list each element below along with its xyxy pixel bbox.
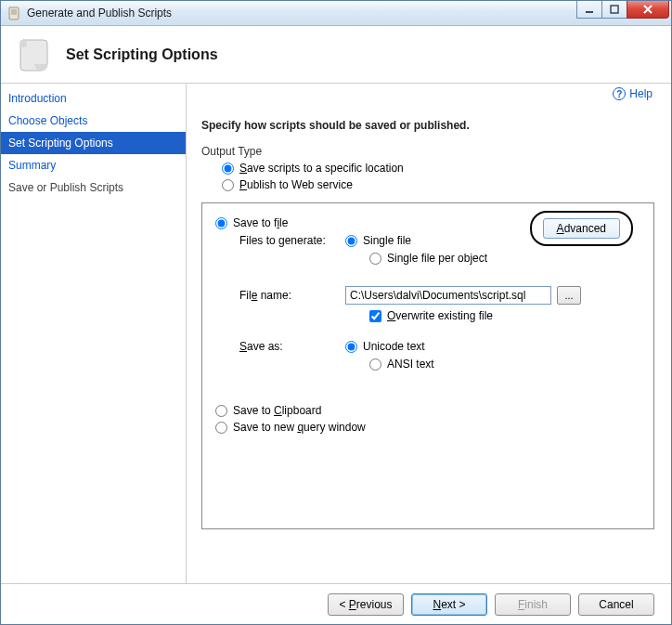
scroll-icon [14,34,55,75]
help-icon: ? [613,87,626,100]
browse-button[interactable]: ... [557,286,581,305]
radio-single-per-object[interactable]: Single file per object [369,252,640,265]
svg-rect-1 [611,6,618,13]
sidebar-item-summary[interactable]: Summary [1,154,186,176]
checkbox-overwrite[interactable]: Overwrite existing file [369,309,640,322]
radio-save-to-clipboard-input[interactable] [215,405,227,417]
checkbox-overwrite-input[interactable] [369,310,381,322]
sidebar-item-introduction[interactable]: Introduction [1,87,186,110]
maximize-button[interactable] [601,1,627,19]
header: Set Scripting Options [1,26,671,84]
save-as-label: Save as: [215,340,345,353]
window-buttons [577,1,669,19]
page-title: Set Scripting Options [66,46,218,63]
dialog-window: Generate and Publish Scripts Set Scripti… [0,0,672,625]
radio-ansi-input[interactable] [369,358,381,371]
help-label: Help [629,87,653,100]
footer: < Previous Next > Finish Cancel [1,583,671,624]
file-path-input[interactable] [345,286,551,305]
file-name-label: File name: [215,289,345,302]
close-button[interactable] [627,1,669,19]
sidebar: Introduction Choose Objects Set Scriptin… [1,84,187,583]
radio-publish-web[interactable]: Publish to Web service [222,178,654,191]
help-link[interactable]: ? Help [613,87,653,100]
cancel-button[interactable]: Cancel [578,593,654,616]
content-heading: Specify how scripts should be saved or p… [201,119,654,132]
radio-unicode[interactable]: Unicode text [345,340,425,353]
output-type-label: Output Type [201,145,654,158]
advanced-button[interactable]: Advanced [543,218,620,239]
next-button[interactable]: Next > [411,593,487,616]
options-panel: Advanced Save to file Files to generate:… [201,202,654,529]
script-icon [6,6,21,20]
svg-rect-0 [586,11,593,13]
radio-single-file[interactable]: Single file [345,234,411,247]
sidebar-item-set-scripting-options[interactable]: Set Scripting Options [1,132,186,154]
files-to-generate-label: Files to generate: [215,234,345,247]
radio-unicode-input[interactable] [345,341,357,353]
radio-single-per-object-input[interactable] [369,253,381,265]
radio-publish-web-input[interactable] [222,179,234,191]
radio-save-to-file-input[interactable] [215,217,227,229]
content: ? Help Specify how scripts should be sav… [187,84,671,583]
radio-ansi[interactable]: ANSI text [369,358,640,371]
finish-button: Finish [495,593,571,616]
previous-button[interactable]: < Previous [328,593,404,616]
minimize-button[interactable] [576,1,602,19]
titlebar[interactable]: Generate and Publish Scripts [1,1,671,26]
advanced-highlight: Advanced [530,211,633,246]
radio-save-to-clipboard[interactable]: Save to Clipboard [215,404,640,417]
titlebar-text: Generate and Publish Scripts [27,7,172,20]
radio-save-location[interactable]: Save scripts to a specific location [222,162,654,175]
body: Introduction Choose Objects Set Scriptin… [1,84,671,583]
sidebar-item-save-publish: Save or Publish Scripts [1,176,186,199]
radio-single-file-input[interactable] [345,235,357,247]
sidebar-item-choose-objects[interactable]: Choose Objects [1,110,186,132]
radio-save-to-query[interactable]: Save to new query window [215,421,640,434]
radio-save-to-query-input[interactable] [215,422,227,434]
radio-save-location-input[interactable] [222,163,234,175]
